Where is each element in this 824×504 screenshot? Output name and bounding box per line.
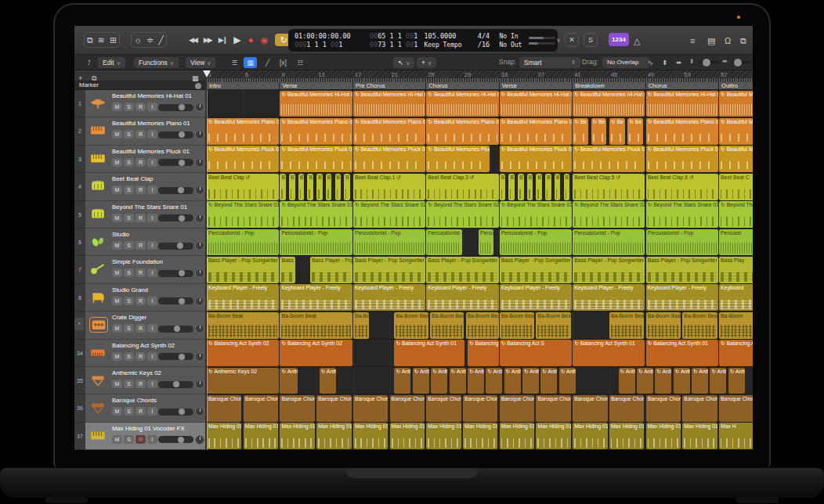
- track-lane[interactable]: ↻ Beautiful Memories Piano 01↻ Beautiful…: [207, 117, 753, 145]
- track-r-button[interactable]: R: [136, 407, 146, 416]
- region[interactable]: Keyboard Player - Freely: [207, 284, 279, 311]
- track-lane[interactable]: ↻ Balancing Act Synth 02↻ Balancing Act …: [207, 340, 753, 367]
- marker-track-header[interactable]: Marker: [74, 81, 205, 90]
- track-m-button[interactable]: M: [112, 407, 122, 416]
- catch-mode-icon[interactable]: ▥: [244, 57, 257, 68]
- bar-ruler[interactable]: 159131721252933374145495357: [207, 70, 753, 78]
- track-s-button[interactable]: S: [124, 352, 134, 361]
- track-m-button[interactable]: M: [112, 103, 122, 111]
- track-pan-knob[interactable]: [195, 214, 204, 223]
- region[interactable]: ↻ Be: [627, 118, 643, 145]
- track-header[interactable]: Beyond The Stars Snare 01MSRI: [85, 201, 205, 229]
- track-lane[interactable]: Max Hiding 01 VMax Hiding 01 VMax Hiding…: [207, 423, 753, 450]
- track-s-button[interactable]: S: [124, 297, 134, 305]
- disclosure-icon[interactable]: ›: [74, 318, 84, 330]
- region[interactable]: Keyboard Player - Freely: [280, 284, 352, 311]
- region[interactable]: ↻ Anthe: [486, 368, 502, 394]
- region[interactable]: Baroque Chords: [244, 395, 278, 422]
- track-pan-knob[interactable]: [195, 324, 204, 333]
- track-m-button[interactable]: M: [112, 380, 122, 388]
- track-header[interactable]: Beautiful Memories Piano 01MSRI: [85, 117, 205, 145]
- stop-button[interactable]: ▶❙: [219, 36, 226, 44]
- region[interactable]: Ba-Boom Beat: [280, 312, 352, 339]
- track-i-button[interactable]: I: [147, 352, 157, 361]
- region[interactable]: ↻ Anthe: [728, 368, 745, 394]
- region[interactable]: Bass Player - Pop Songwriter: [207, 257, 279, 283]
- track-lane[interactable]: Beet Beat Clap ↺BBBBBBBBBeet Beat Clap.1…: [207, 173, 753, 200]
- rewind-button[interactable]: ◀◀: [189, 36, 197, 44]
- track-header[interactable]: Simple FoundationMSRI: [85, 256, 205, 283]
- view-menu[interactable]: View∨: [186, 57, 215, 68]
- arrangement-marker[interactable]: Chorus: [426, 82, 498, 89]
- track-header[interactable]: Baroque ChordsMSRI: [85, 394, 205, 422]
- track-m-button[interactable]: M: [112, 158, 122, 167]
- region[interactable]: Baroque Chords: [353, 395, 388, 422]
- region[interactable]: ↻ Beyond The Stars Snare 02.3: [573, 201, 645, 228]
- region[interactable]: Ba-Boom Beat: [430, 312, 464, 339]
- region[interactable]: ↻ Beautiful Memories Hi-Hat 02.2: [500, 91, 572, 117]
- smart-controls-icon[interactable]: ☼: [134, 33, 142, 47]
- secondary-tool-menu[interactable]: +∨: [417, 57, 436, 68]
- arrangement-marker[interactable]: Intro: [207, 82, 279, 89]
- track-volume-slider[interactable]: [158, 243, 193, 250]
- region[interactable]: B: [500, 174, 506, 200]
- region[interactable]: Max Hiding 01 V: [463, 423, 497, 449]
- region[interactable]: Percussionist - Pop: [207, 229, 279, 256]
- volume-knob[interactable]: [179, 298, 185, 304]
- arrangement-marker[interactable]: Chorus: [646, 82, 718, 89]
- track-m-button[interactable]: M: [112, 435, 122, 444]
- metronome-icon[interactable]: △: [634, 34, 640, 48]
- track-header[interactable]: StudioMSRI: [85, 229, 205, 256]
- region[interactable]: ↻ Beautiful Memories Pluck 01: [207, 146, 279, 172]
- playhead-marker[interactable]: [203, 70, 211, 77]
- region[interactable]: Baroque Chords: [207, 395, 241, 422]
- waveform-zoom-icon[interactable]: ∿: [644, 57, 657, 68]
- region[interactable]: ↻ Anthe: [710, 368, 726, 394]
- region[interactable]: Max Hiding 01 V: [244, 423, 278, 449]
- region[interactable]: ↻ Beautiful Memories Pluck 01.1: [280, 146, 352, 172]
- region[interactable]: ↻ Anthe: [468, 368, 484, 394]
- region[interactable]: B: [344, 174, 350, 200]
- region[interactable]: Max Hiding 01 V: [646, 423, 681, 449]
- volume-knob[interactable]: [179, 160, 185, 166]
- region[interactable]: Beet Beat Clap.5 ↺: [573, 174, 645, 200]
- mixer-icon[interactable]: ≑: [146, 33, 154, 47]
- volume-knob[interactable]: [178, 187, 184, 193]
- region[interactable]: Percussionist - Pop: [500, 229, 572, 256]
- track-m-button[interactable]: M: [112, 324, 122, 333]
- region[interactable]: Ba-Boom Beat: [466, 312, 499, 339]
- region[interactable]: Beet Beat C: [719, 174, 753, 200]
- region[interactable]: Ba-Boo: [353, 312, 369, 339]
- arrangement-marker[interactable]: Breakdown: [573, 82, 645, 89]
- track-volume-slider[interactable]: [158, 436, 193, 443]
- region[interactable]: Percuss: [479, 229, 493, 256]
- track-header[interactable]: Max Hiding 01 Vocoder FXMSRI: [85, 423, 205, 450]
- track-pan-knob[interactable]: [195, 352, 204, 362]
- arrangement-marker[interactable]: Outtro: [719, 82, 753, 89]
- track-lane[interactable]: ↻ Beautiful Memories Pluck 01↻ Beautiful…: [207, 146, 753, 173]
- region[interactable]: Keyboard Player - Freely: [646, 284, 718, 311]
- region[interactable]: Bass Player - Pop So: [310, 257, 352, 283]
- region[interactable]: ↻ Be: [573, 118, 588, 145]
- record-button[interactable]: ●: [248, 34, 253, 45]
- arrangement-marker[interactable]: Verse: [280, 82, 352, 89]
- track-i-button[interactable]: I: [147, 407, 157, 416]
- region[interactable]: Max Hiding 01 V: [353, 423, 388, 449]
- track-m-button[interactable]: M: [112, 241, 122, 250]
- track-pan-knob[interactable]: [195, 103, 204, 112]
- track-m-button[interactable]: M: [112, 352, 122, 361]
- track-volume-slider[interactable]: [158, 381, 193, 388]
- track-r-button[interactable]: R: [136, 268, 146, 277]
- track-pan-knob[interactable]: [195, 435, 204, 445]
- vertical-auto-zoom-icon[interactable]: ⬍: [658, 57, 671, 68]
- region[interactable]: ↻ Anthe: [522, 368, 539, 394]
- region[interactable]: ↻ Beyond The S: [719, 201, 753, 228]
- library-icon[interactable]: ⧉: [87, 33, 93, 47]
- arrangement-marker[interactable]: Verse: [500, 82, 572, 89]
- region[interactable]: B: [518, 174, 524, 200]
- track-s-button[interactable]: S: [124, 185, 134, 194]
- track-s-button[interactable]: S: [124, 324, 134, 333]
- track-lane[interactable]: ↻ Anthemic Keys 02↻ Anthe↻ Anthe↻ Anthe↻…: [207, 367, 753, 394]
- track-i-button[interactable]: I: [147, 241, 157, 250]
- region[interactable]: B: [527, 174, 533, 200]
